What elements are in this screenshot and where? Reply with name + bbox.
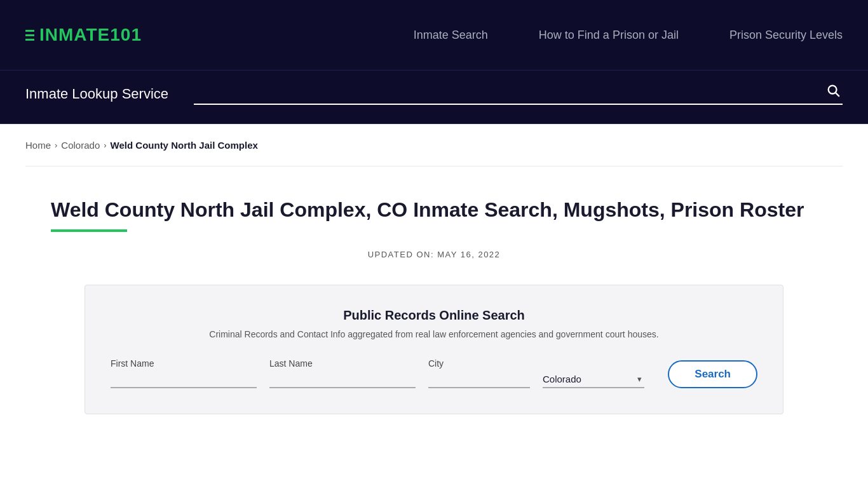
state-select[interactable]: AlabamaAlaskaArizonaArkansasCaliforniaCo… <box>543 371 644 388</box>
search-icon <box>826 83 840 97</box>
state-field: AlabamaAlaskaArizonaArkansasCaliforniaCo… <box>543 371 644 388</box>
chevron-right-icon: › <box>55 140 57 150</box>
nav-link-inmate-search[interactable]: Inmate Search <box>414 29 488 41</box>
updated-date: UPDATED ON: MAY 16, 2022 <box>51 250 817 259</box>
city-field: City <box>428 358 530 388</box>
main-content: Weld County North Jail Complex, CO Inmat… <box>0 166 868 446</box>
search-section-label: Inmate Lookup Service <box>25 86 168 102</box>
city-input[interactable] <box>428 371 530 388</box>
nav-link-find-prison[interactable]: How to Find a Prison or Jail <box>539 29 679 41</box>
search-card-subtitle: Criminal Records and Contact Info aggreg… <box>111 329 757 339</box>
search-form-row: First Name Last Name City AlabamaAlaskaA… <box>111 358 757 388</box>
search-icon-button[interactable] <box>824 83 843 101</box>
title-underline <box>51 229 127 232</box>
search-card-title: Public Records Online Search <box>111 308 757 323</box>
top-navigation: INMATE101 Inmate Search How to Find a Pr… <box>0 0 868 70</box>
search-bar-section: Inmate Lookup Service <box>0 70 868 124</box>
state-wrapper: AlabamaAlaskaArizonaArkansasCaliforniaCo… <box>543 371 644 388</box>
nav-links: Inmate Search How to Find a Prison or Ja… <box>414 29 843 42</box>
search-input-wrapper <box>194 83 843 105</box>
first-name-label: First Name <box>111 358 257 369</box>
search-card: Public Records Online Search Criminal Re… <box>85 285 783 414</box>
nav-item-security-levels[interactable]: Prison Security Levels <box>729 29 843 42</box>
search-input[interactable] <box>194 86 824 99</box>
svg-line-1 <box>836 93 839 96</box>
city-label: City <box>428 358 530 369</box>
logo[interactable]: INMATE101 <box>25 25 142 45</box>
bars-icon <box>25 30 34 41</box>
chevron-right-icon-2: › <box>104 140 106 150</box>
breadcrumb-current: Weld County North Jail Complex <box>111 140 258 151</box>
nav-item-find-prison[interactable]: How to Find a Prison or Jail <box>539 29 679 42</box>
first-name-field: First Name <box>111 358 257 388</box>
breadcrumb-home[interactable]: Home <box>25 140 51 151</box>
nav-item-inmate-search[interactable]: Inmate Search <box>414 29 488 42</box>
last-name-label: Last Name <box>269 358 416 369</box>
page-title: Weld County North Jail Complex, CO Inmat… <box>51 198 817 222</box>
first-name-input[interactable] <box>111 371 257 388</box>
last-name-input[interactable] <box>269 371 416 388</box>
breadcrumb-state[interactable]: Colorado <box>61 140 100 151</box>
nav-link-security-levels[interactable]: Prison Security Levels <box>729 29 843 41</box>
breadcrumb-section: Home › Colorado › Weld County North Jail… <box>0 125 868 166</box>
search-button[interactable]: Search <box>668 360 757 388</box>
logo-text: INMATE101 <box>39 25 142 45</box>
breadcrumb: Home › Colorado › Weld County North Jail… <box>25 140 843 151</box>
last-name-field: Last Name <box>269 358 416 388</box>
